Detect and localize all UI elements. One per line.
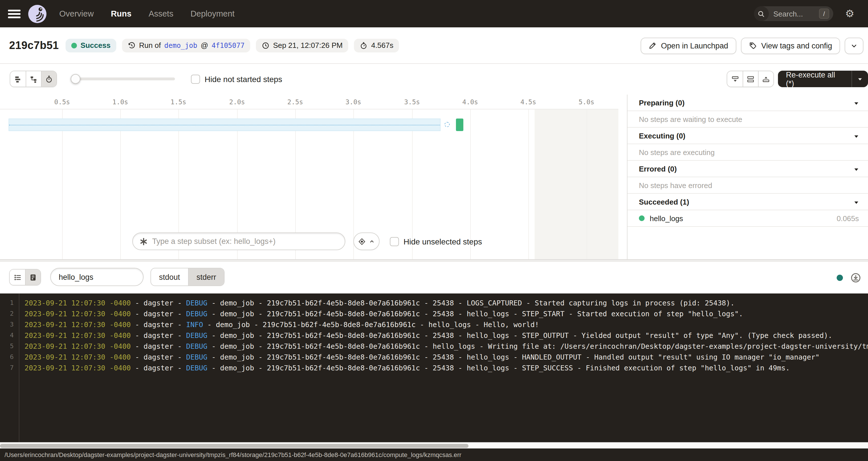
log-line: 52023-09-21 12:07:30 -0400 - dagster - D… [0, 341, 868, 351]
status-badge: Success [66, 38, 116, 52]
raw-document-icon [29, 273, 37, 281]
gantt-zoom-slider[interactable] [71, 78, 175, 80]
split-panels-icon [747, 75, 754, 83]
log-line: 22023-09-21 12:07:30 -0400 - dagster - D… [0, 308, 868, 319]
stdout-stderr-tabs: stdout stderr [151, 268, 225, 286]
duration-pill: 4.567s [354, 38, 399, 52]
at-symbol: @ [200, 41, 208, 50]
hide-not-started-label: Hide not started steps [205, 75, 282, 84]
run-id-title: 219c7b51 [9, 39, 59, 52]
caret-down-icon [857, 76, 863, 82]
structured-log-view-button[interactable] [10, 270, 25, 285]
clock-icon [261, 41, 270, 49]
section-preparing-title: Preparing (0) [639, 98, 684, 107]
timestamp-pill: Sep 21, 12:07:26 PM [256, 38, 348, 52]
log-file-status-bar: /Users/erincochran/Desktop/dagster-examp… [0, 449, 868, 461]
gantt-timed-view-button[interactable] [41, 71, 56, 87]
axis-tick: 1.0s [112, 98, 128, 106]
section-errored[interactable]: Errored (0) [627, 161, 868, 177]
raw-log-viewer: 12023-09-21 12:07:30 -0400 - dagster - D… [0, 294, 868, 442]
gantt-toolbar: Hide not started steps Re-execute all (*… [0, 64, 868, 95]
reexecute-button-group: Re-execute all (*) [778, 71, 868, 87]
layers-diamond-icon [358, 237, 366, 245]
open-in-launchpad-button[interactable]: Open in Launchpad [641, 37, 736, 54]
search-placeholder: Search... [773, 9, 803, 18]
axis-tick: 2.0s [229, 98, 245, 106]
flat-view-icon [14, 75, 22, 83]
job-link[interactable]: demo_job [164, 41, 197, 49]
nav-item-runs[interactable]: Runs [111, 9, 132, 18]
log-view-mode-group [9, 269, 41, 285]
log-stream-status-dot [837, 274, 843, 281]
gantt-time-axis: 0.5s 1.0s 1.5s 2.0s 2.5s 3.0s 3.5s 4.0s … [0, 95, 618, 110]
top-nav: Overview Runs Assets Deployment Search..… [0, 0, 868, 27]
gantt-flat-view-button[interactable] [10, 71, 26, 87]
tab-stderr[interactable]: stderr [188, 268, 224, 285]
collapse-bottom-panel-button[interactable] [727, 71, 743, 87]
axis-tick: 1.5s [170, 98, 186, 106]
nav-item-overview[interactable]: Overview [59, 9, 94, 18]
nav-item-deployment[interactable]: Deployment [190, 9, 235, 18]
search-input[interactable]: Search... / [754, 6, 833, 21]
graph-query-toggle-button[interactable] [353, 233, 379, 250]
run-actions-dropdown-button[interactable] [845, 37, 863, 54]
hide-unselected-checkbox[interactable] [390, 237, 399, 246]
success-dot-icon [71, 42, 77, 48]
download-log-icon[interactable] [850, 272, 861, 283]
timer-icon [45, 75, 53, 83]
history-icon [128, 41, 136, 49]
collapse-down-icon [731, 75, 739, 83]
section-succeeded[interactable]: Succeeded (1) [627, 194, 868, 210]
gantt-waterfall-view-button[interactable] [26, 71, 41, 87]
expand-up-icon [762, 75, 770, 83]
chevron-up-icon [369, 238, 375, 244]
step-row-hello-logs[interactable]: hello_logs 0.065s [627, 210, 868, 227]
run-gantt-section: 0.5s 1.0s 1.5s 2.0s 2.5s 3.0s 3.5s 4.0s … [0, 95, 868, 259]
section-preparing[interactable]: Preparing (0) [627, 95, 868, 111]
hamburger-menu-icon[interactable] [8, 9, 21, 18]
panel-layout-group [727, 71, 774, 87]
expand-top-panel-button[interactable] [758, 71, 773, 87]
section-executing-empty: No steps are executing [627, 144, 868, 161]
view-tags-config-button[interactable]: View tags and config [741, 37, 840, 54]
commit-link[interactable]: 4f105077 [212, 41, 245, 49]
section-errored-title: Errored (0) [639, 164, 677, 173]
caret-down-icon [854, 200, 859, 205]
log-line: 32023-09-21 12:07:30 -0400 - dagster - I… [0, 319, 868, 330]
split-panels-button[interactable] [743, 71, 758, 87]
caret-down-icon [854, 101, 859, 106]
step-subset-input[interactable] [152, 237, 335, 246]
caret-down-icon [854, 134, 859, 139]
step-name-label: hello_logs [650, 214, 683, 222]
log-line: 62023-09-21 12:07:30 -0400 - dagster - D… [0, 351, 868, 362]
step-bar-hello-logs[interactable] [456, 119, 463, 131]
nav-item-assets[interactable]: Assets [149, 9, 173, 18]
log-line: 42023-09-21 12:07:30 -0400 - dagster - D… [0, 330, 868, 341]
reexecute-dropdown-button[interactable] [851, 71, 868, 87]
status-label: Success [80, 41, 111, 50]
run-of-pill: Run of demo_job @ 4f105077 [122, 38, 250, 52]
tab-stdout[interactable]: stdout [151, 268, 188, 285]
reexecute-all-button[interactable]: Re-execute all (*) [778, 71, 851, 87]
section-preparing-empty: No steps are waiting to execute [627, 111, 868, 128]
log-filter-input[interactable] [59, 273, 135, 281]
dagster-logo-icon[interactable] [28, 4, 47, 23]
run-of-label: Run of [139, 41, 161, 50]
axis-tick: 4.0s [462, 98, 478, 106]
hide-not-started-checkbox[interactable] [191, 75, 200, 84]
log-filter-input-wrap [50, 268, 144, 286]
section-executing[interactable]: Executing (0) [627, 128, 868, 144]
dagster-run-page: Overview Runs Assets Deployment Search..… [0, 0, 868, 461]
raw-log-view-button[interactable] [25, 270, 40, 285]
gear-icon[interactable]: ⚙ [845, 8, 854, 19]
slider-handle[interactable] [71, 74, 80, 84]
scrollbar-thumb[interactable] [0, 444, 469, 448]
step-subset-row: Hide unselected steps [0, 233, 618, 252]
step-status-panel: Preparing (0) No steps are waiting to ex… [627, 95, 868, 259]
search-icon [754, 6, 769, 21]
gantt-chart: 0.5s 1.0s 1.5s 2.0s 2.5s 3.0s 3.5s 4.0s … [0, 95, 627, 259]
tag-icon [749, 41, 756, 50]
step-subset-input-wrap [132, 233, 345, 250]
section-errored-empty: No steps have errored [627, 177, 868, 194]
log-line: 12023-09-21 12:07:30 -0400 - dagster - D… [0, 298, 868, 308]
